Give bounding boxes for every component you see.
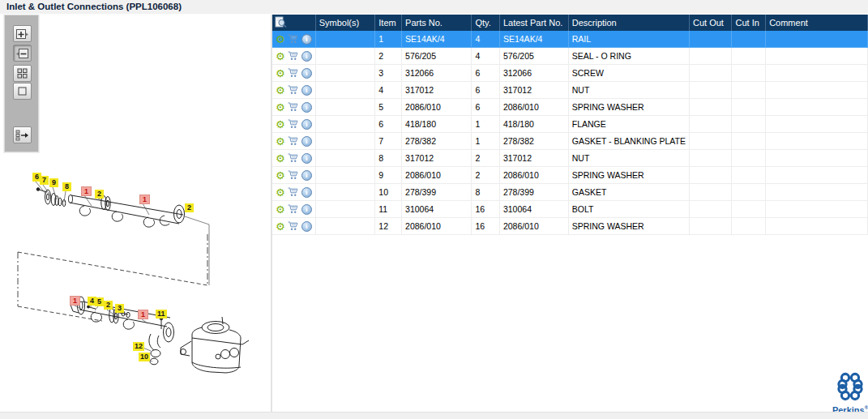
gear-icon[interactable]: ⚙ [276,204,285,215]
gear-icon[interactable]: ⚙ [276,153,285,164]
info-icon[interactable]: i [301,170,312,181]
table-row[interactable]: ⚙ i 7 278/382 1 278/382 GASKET - BLANKIN… [272,133,868,150]
diagram-callout[interactable]: 1 [138,310,148,319]
table-row[interactable]: ⚙ i 2 576/205 4 576/205 SEAL - O RING [272,48,868,65]
info-icon[interactable]: i [301,119,312,130]
cart-icon[interactable] [288,204,299,214]
cart-icon[interactable] [288,221,299,231]
cart-icon[interactable] [288,85,299,95]
cell-description: GASKET [568,184,689,201]
header-preview-cell [272,15,315,31]
gear-icon[interactable]: ⚙ [276,34,285,45]
single-page-button[interactable] [13,83,32,100]
diagram-callout[interactable]: 2 [185,203,194,212]
info-icon[interactable]: i [301,68,312,79]
diagram-callout[interactable]: 1 [70,296,80,306]
diagram-callout[interactable]: 5 [95,297,104,306]
gear-icon[interactable]: ⚙ [276,221,285,232]
cell-comment [766,218,868,235]
table-row[interactable]: ⚙ i 11 310064 16 310064 BOLT [272,201,868,218]
diagram-callout[interactable]: 1 [139,195,150,204]
cart-icon[interactable] [288,170,299,180]
cell-parts-no: 312066 [402,65,472,82]
table-row[interactable]: ⚙ i 5 2086/010 6 2086/010 SPRING WASHER [272,99,868,116]
tile-view-button[interactable] [13,65,32,82]
cell-item: 4 [375,82,402,99]
table-row[interactable]: ⚙ i 9 2086/010 2 2086/010 SPRING WASHER [272,167,868,184]
diagram-callout[interactable]: 2 [104,301,113,310]
row-actions-cell: ⚙ i [272,150,315,167]
info-icon[interactable]: i [301,136,312,147]
info-icon[interactable]: i [301,51,312,62]
cell-cut-in [732,150,766,167]
info-icon[interactable]: i [301,187,312,198]
diagram-callout[interactable]: 9 [49,178,58,187]
cell-item: 5 [375,99,402,116]
cell-description: SEAL - O RING [568,48,689,65]
cart-icon[interactable] [288,187,299,197]
row-actions-cell: ⚙ i [272,65,315,82]
send-to-list-button[interactable] [13,126,32,143]
cell-comment [766,184,868,201]
zoom-out-button[interactable] [13,45,32,62]
col-cut-in: Cut In [732,15,766,31]
cell-comment [766,99,868,116]
gear-icon[interactable]: ⚙ [276,102,285,113]
table-row[interactable]: ⚙ i 8 317012 2 317012 NUT [272,150,868,167]
table-row[interactable]: ⚙ i 10 278/399 8 278/399 GASKET [272,184,868,201]
cart-icon[interactable] [288,119,299,129]
diagram-callout[interactable]: 1 [81,186,92,196]
col-parts-no: Parts No. [402,15,472,31]
cell-item: 2 [375,48,402,65]
cell-item: 12 [375,218,402,235]
cart-icon[interactable] [288,51,299,61]
cell-cut-in [732,167,766,184]
cart-icon[interactable] [288,34,299,44]
cell-qty: 6 [472,82,499,99]
diagram-callout[interactable]: 10 [139,353,150,361]
info-icon[interactable]: i [301,221,312,232]
cell-latest-part-no: 317012 [499,82,568,99]
cart-icon[interactable] [288,136,299,146]
cell-cut-out [689,65,731,82]
gear-icon[interactable]: ⚙ [276,68,285,79]
gear-icon[interactable]: ⚙ [276,136,285,147]
diagram-callout[interactable]: 8 [62,182,71,191]
gear-icon[interactable]: ⚙ [276,170,285,181]
panel-divider[interactable] [271,14,272,419]
cell-description: BOLT [568,201,689,218]
parts-table: Symbol(s) Item Parts No. Qty. Latest Par… [272,15,868,235]
cart-icon[interactable] [288,102,299,112]
cell-cut-out [689,167,731,184]
cell-parts-no: 278/399 [402,184,472,201]
diagram-callout[interactable]: 7 [40,176,49,185]
cart-icon[interactable] [288,68,299,78]
zoom-in-button[interactable] [13,25,32,42]
diagram-callout[interactable]: 11 [156,310,167,319]
diagram-callout[interactable]: 2 [95,190,104,199]
table-row[interactable]: ⚙ i 12 2086/010 16 2086/010 SPRING WASHE… [272,218,868,235]
info-icon[interactable]: i [301,153,312,164]
diagram-callout[interactable]: 12 [133,342,144,351]
diagram-callout[interactable]: 3 [115,304,124,313]
info-icon[interactable]: i [301,85,312,96]
info-icon[interactable]: i [301,34,312,45]
gear-icon[interactable]: ⚙ [276,85,285,96]
gear-icon[interactable]: ⚙ [276,119,285,130]
cart-icon[interactable] [288,153,299,163]
zoom-in-icon [15,28,29,40]
info-icon[interactable]: i [301,102,312,113]
cell-item: 1 [375,31,402,48]
table-row[interactable]: ⚙ i 4 317012 6 317012 NUT [272,82,868,99]
page-title: Inlet & Outlet Connections (PPL106068) [6,2,182,11]
table-row[interactable]: ⚙ i 3 312066 6 312066 SCREW [272,65,868,82]
perkins-emblem-icon [836,372,864,401]
cell-qty: 6 [472,65,499,82]
parts-catalog-window: Inlet & Outlet Connections (PPL106068) [0,0,868,419]
table-row[interactable]: ⚙ i 6 418/180 1 418/180 FLANGE [272,116,868,133]
table-row[interactable]: ⚙ i 1 SE14AK/4 4 SE14AK/4 RAIL [272,31,868,48]
gear-icon[interactable]: ⚙ [276,51,285,62]
cell-cut-in [732,116,766,133]
info-icon[interactable]: i [301,204,312,215]
gear-icon[interactable]: ⚙ [276,187,285,198]
